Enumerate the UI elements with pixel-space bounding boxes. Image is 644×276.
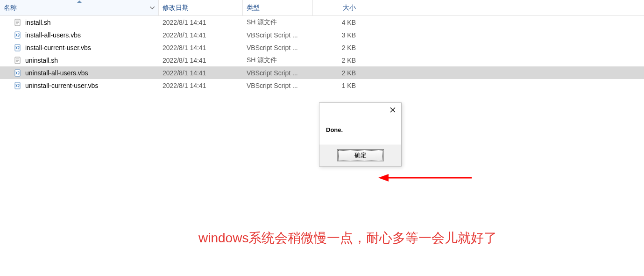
column-header-size[interactable]: 大小 [313,0,360,15]
file-type: VBScript Script ... [243,82,313,89]
file-name: uninstall-all-users.vbs [25,69,88,77]
file-type: SH 源文件 [243,18,313,27]
file-size: 2 KB [313,44,360,51]
file-row[interactable]: install.sh2022/8/1 14:41SH 源文件4 KB [0,16,644,29]
file-size: 3 KB [313,31,360,39]
file-date: 2022/8/1 14:41 [159,69,243,77]
arrow-annotation-icon [378,173,472,182]
ok-button[interactable]: 确定 [337,149,384,161]
column-header-type-label: 类型 [247,4,260,12]
file-type: SH 源文件 [243,56,313,65]
file-row[interactable]: uninstall-current-user.vbs2022/8/1 14:41… [0,79,644,92]
chevron-down-icon[interactable] [150,6,155,10]
file-name: install-current-user.vbs [25,44,91,51]
file-row[interactable]: uninstall-all-users.vbs2022/8/1 14:41VBS… [0,66,644,79]
column-header-date-label: 修改日期 [163,4,189,12]
file-row[interactable]: uninstall.sh2022/8/1 14:41SH 源文件2 KB [0,54,644,66]
file-name: uninstall-current-user.vbs [25,82,98,89]
file-type: VBScript Script ... [243,44,313,51]
file-size: 2 KB [313,57,360,64]
file-row[interactable]: install-current-user.vbs2022/8/1 14:41VB… [0,41,644,54]
column-header-type[interactable]: 类型 [243,0,313,15]
file-name: install.sh [25,19,50,26]
file-list: install.sh2022/8/1 14:41SH 源文件4 KBinstal… [0,16,644,92]
column-header-name-label: 名称 [4,4,17,12]
file-date: 2022/8/1 14:41 [159,31,243,39]
file-type: VBScript Script ... [243,31,313,39]
sort-ascending-icon [77,0,82,3]
svg-marker-13 [378,174,389,182]
file-date: 2022/8/1 14:41 [159,57,243,64]
dialog-footer: 确定 [319,145,401,166]
file-date: 2022/8/1 14:41 [159,19,243,26]
sh-file-icon [14,19,21,26]
column-header-row: 名称 修改日期 类型 大小 [0,0,644,16]
file-type: VBScript Script ... [243,69,313,77]
file-date: 2022/8/1 14:41 [159,44,243,51]
vbscript-file-icon [14,44,21,51]
file-name: uninstall.sh [25,57,58,64]
close-button[interactable] [387,104,398,116]
vbscript-file-icon [14,82,21,89]
vbscript-file-icon [14,31,21,39]
column-header-size-label: 大小 [343,4,356,12]
file-name: install-all-users.vbs [25,31,81,39]
sh-file-icon [14,57,21,64]
dialog-titlebar [319,103,401,117]
file-size: 2 KB [313,69,360,77]
close-icon [390,107,396,113]
file-size: 1 KB [313,82,360,89]
dialog-message: Done. [319,117,401,145]
column-header-date[interactable]: 修改日期 [159,0,243,15]
file-row[interactable]: install-all-users.vbs2022/8/1 14:41VBScr… [0,29,644,41]
file-size: 4 KB [313,19,360,26]
caption-text: windows系统会稍微慢一点，耐心多等一会儿就好了 [198,229,497,247]
column-header-name[interactable]: 名称 [0,0,159,15]
vbscript-file-icon [14,69,21,77]
message-dialog: Done. 确定 [319,102,402,167]
file-date: 2022/8/1 14:41 [159,82,243,89]
